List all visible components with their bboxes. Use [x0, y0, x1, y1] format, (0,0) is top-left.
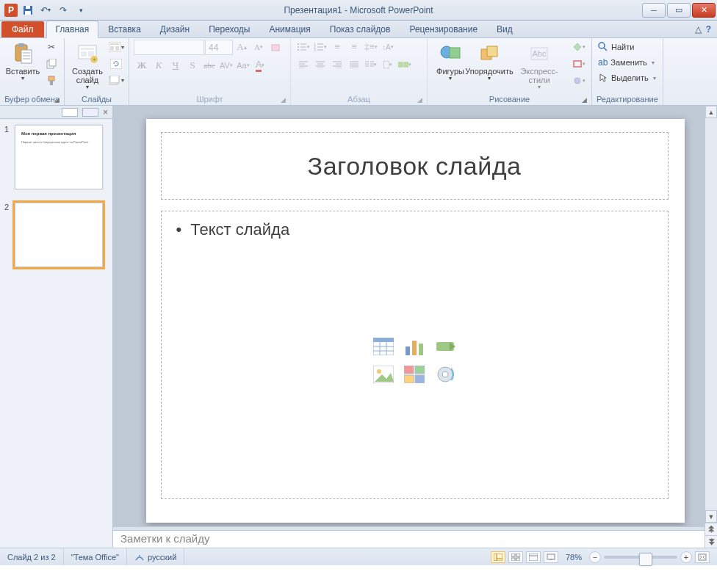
text-direction-icon[interactable]: ↕A▾	[380, 40, 396, 54]
find-button[interactable]: Найти	[597, 40, 635, 54]
cut-icon[interactable]: ✂	[43, 40, 60, 54]
svg-point-71	[574, 78, 580, 84]
quick-styles-button[interactable]: Abc Экспресс-стили▾	[510, 40, 569, 93]
shadow-button[interactable]: S	[184, 58, 201, 73]
help-icon[interactable]: ?	[706, 24, 711, 35]
insert-table-icon[interactable]	[370, 335, 397, 358]
reading-view-icon[interactable]	[526, 551, 541, 563]
tab-view[interactable]: Вид	[487, 21, 522, 37]
section-icon[interactable]: ▾	[108, 73, 124, 88]
language-indicator[interactable]: русский	[127, 548, 184, 565]
slideshow-view-icon[interactable]	[544, 551, 558, 563]
zoom-slider[interactable]	[604, 556, 677, 559]
file-tab[interactable]: Файл	[1, 21, 44, 37]
font-color-button[interactable]: A▾	[252, 58, 268, 73]
align-text-icon[interactable]: ⎕▾	[380, 57, 396, 72]
decrease-indent-icon[interactable]: ≡	[329, 40, 345, 54]
qat-dropdown-icon[interactable]: ▾	[73, 3, 88, 18]
drawing-launcher-icon[interactable]: ◢	[582, 96, 587, 104]
body-placeholder[interactable]: Текст слайда	[161, 211, 669, 499]
notes-pane[interactable]: Заметки к слайду	[113, 530, 705, 548]
replace-button[interactable]: abЗаменить▾	[597, 55, 656, 70]
normal-view-icon[interactable]	[491, 551, 505, 563]
theme-indicator[interactable]: "Тема Office"	[64, 548, 127, 565]
shrink-font-icon[interactable]: A▾	[251, 40, 267, 54]
next-slide-icon[interactable]: ⯯	[705, 535, 717, 548]
slide-canvas[interactable]: Заголовок слайда Текст слайда	[146, 119, 685, 523]
prev-slide-icon[interactable]: ⯭	[705, 523, 717, 535]
slide-indicator[interactable]: Слайд 2 из 2	[0, 548, 64, 565]
svg-rect-100	[529, 553, 538, 561]
redo-icon[interactable]: ↷	[56, 3, 71, 18]
outline-tab-icon[interactable]	[82, 108, 98, 117]
tab-review[interactable]: Рецензирование	[400, 21, 487, 37]
arrange-button[interactable]: Упорядочить▾	[471, 40, 508, 84]
paste-button[interactable]: Вставить ▾	[4, 40, 41, 84]
minimize-button[interactable]: ─	[642, 3, 666, 18]
title-placeholder[interactable]: Заголовок слайда	[161, 132, 669, 200]
close-button[interactable]: ✕	[692, 3, 716, 18]
scroll-up-icon[interactable]: ▲	[705, 106, 717, 118]
slides-tab-icon[interactable]	[62, 108, 78, 117]
tab-insert[interactable]: Вставка	[98, 21, 151, 37]
tab-transitions[interactable]: Переходы	[199, 21, 259, 37]
justify-icon[interactable]	[346, 57, 362, 72]
clear-format-icon[interactable]	[267, 40, 284, 54]
zoom-in-button[interactable]: +	[680, 551, 692, 563]
fit-button[interactable]	[695, 551, 710, 563]
bold-button[interactable]: Ж	[134, 58, 150, 73]
font-launcher-icon[interactable]: ◢	[281, 96, 286, 104]
insert-chart-icon[interactable]	[401, 335, 428, 358]
shape-outline-icon[interactable]: ▾	[571, 57, 587, 71]
bullets-icon[interactable]: ▾	[295, 40, 311, 54]
insert-media-icon[interactable]	[432, 363, 458, 386]
case-button[interactable]: Aa▾	[235, 58, 251, 73]
italic-button[interactable]: К	[151, 58, 167, 73]
grow-font-icon[interactable]: A▴	[234, 40, 250, 54]
insert-smartart-icon[interactable]	[432, 335, 458, 358]
align-left-icon[interactable]	[295, 57, 311, 72]
shapes-button[interactable]: Фигуры▾	[432, 40, 469, 84]
layout-icon[interactable]: ▾	[108, 40, 124, 54]
tab-design[interactable]: Дизайн	[151, 21, 199, 37]
tab-home[interactable]: Главная	[46, 21, 99, 38]
select-button[interactable]: Выделить▾	[597, 70, 657, 85]
line-spacing-icon[interactable]: ‡≡▾	[363, 40, 379, 54]
format-painter-icon[interactable]	[43, 73, 60, 88]
undo-icon[interactable]: ↶▾	[38, 3, 53, 18]
zoom-out-button[interactable]: −	[589, 551, 601, 563]
font-size-input[interactable]	[205, 40, 233, 55]
maximize-button[interactable]: ▭	[667, 3, 691, 18]
vertical-scrollbar[interactable]: ▲ ▼ ⯭ ⯯	[705, 106, 717, 548]
underline-button[interactable]: Ч	[167, 58, 184, 73]
tab-slideshow[interactable]: Показ слайдов	[320, 21, 400, 37]
shape-fill-icon[interactable]: ▾	[571, 40, 587, 54]
copy-icon[interactable]	[43, 57, 60, 71]
thumb-1[interactable]: 1 Моя первая презентация Первые шаги в б…	[4, 125, 108, 189]
minimize-ribbon-icon[interactable]: △	[695, 24, 702, 35]
insert-picture-icon[interactable]	[370, 363, 397, 386]
scroll-down-icon[interactable]: ▼	[705, 510, 717, 523]
sorter-view-icon[interactable]	[508, 551, 523, 563]
app-icon[interactable]: P	[4, 4, 18, 17]
font-name-input[interactable]	[134, 40, 204, 55]
strike-button[interactable]: abc	[201, 58, 217, 73]
thumb-2[interactable]: 2	[4, 203, 108, 267]
shape-effects-icon[interactable]: ▾	[571, 73, 587, 88]
new-slide-button[interactable]: ✶ Создать слайд ▾	[69, 40, 106, 93]
smartart-icon[interactable]: ▾	[397, 57, 413, 72]
numbering-icon[interactable]: 123▾	[312, 40, 328, 54]
pane-close-icon[interactable]: ×	[103, 107, 108, 117]
align-center-icon[interactable]	[312, 57, 328, 72]
tab-animations[interactable]: Анимация	[259, 21, 320, 37]
clipboard-launcher-icon[interactable]: ◢	[54, 96, 60, 104]
zoom-level[interactable]: 78%	[566, 553, 582, 562]
paragraph-launcher-icon[interactable]: ◢	[417, 96, 422, 104]
align-right-icon[interactable]	[329, 57, 345, 72]
columns-icon[interactable]: ▾	[363, 57, 379, 72]
spacing-button[interactable]: AV▾	[218, 58, 234, 73]
save-icon[interactable]	[21, 3, 35, 18]
insert-clipart-icon[interactable]	[401, 363, 428, 386]
reset-icon[interactable]	[108, 57, 124, 71]
increase-indent-icon[interactable]: ≡	[346, 40, 362, 54]
